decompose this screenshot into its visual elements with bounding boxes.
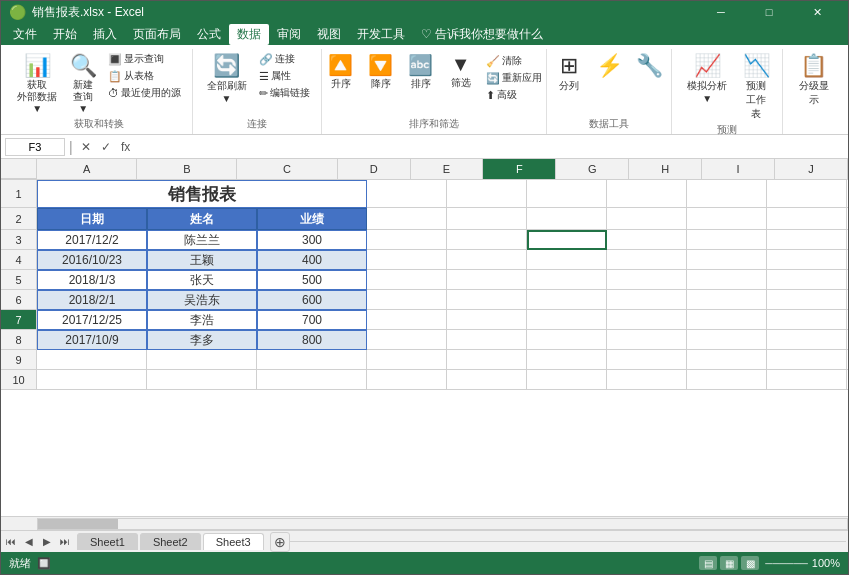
from-table-button[interactable]: 📋从表格 (105, 68, 184, 84)
cell-d2[interactable] (367, 208, 447, 230)
menu-insert[interactable]: 插入 (85, 24, 125, 45)
cell-e2[interactable] (447, 208, 527, 230)
normal-view-button[interactable]: ▤ (699, 556, 717, 570)
sheet-last-button[interactable]: ⏭ (57, 534, 73, 550)
menu-formula[interactable]: 公式 (189, 24, 229, 45)
page-break-view-button[interactable]: ▩ (741, 556, 759, 570)
menu-view[interactable]: 视图 (309, 24, 349, 45)
cell-b6[interactable]: 吴浩东 (147, 290, 257, 310)
filter-button[interactable]: ▼ 筛选 (443, 51, 479, 92)
cell-g8[interactable] (607, 330, 687, 350)
remove-dup-button[interactable]: 🔧 (631, 51, 667, 81)
cell-j3[interactable] (847, 230, 848, 250)
flash-fill-button[interactable]: ⚡ (591, 51, 627, 81)
cell-f6[interactable] (527, 290, 607, 310)
new-query-button[interactable]: 🔍 新建查询▼ (65, 51, 101, 117)
cell-j5[interactable] (847, 270, 848, 290)
cell-d6[interactable] (367, 290, 447, 310)
cell-g6[interactable] (607, 290, 687, 310)
cell-i10[interactable] (767, 370, 847, 390)
cell-c7[interactable]: 700 (257, 310, 367, 330)
cell-g4[interactable] (607, 250, 687, 270)
cell-f2[interactable] (527, 208, 607, 230)
cell-a7[interactable]: 2017/12/25 (37, 310, 147, 330)
cell-c5[interactable]: 500 (257, 270, 367, 290)
cell-a3[interactable]: 2017/12/2 (37, 230, 147, 250)
reapply-button[interactable]: 🔄重新应用 (483, 70, 545, 86)
row-header-5[interactable]: 5 (1, 270, 36, 290)
row-header-9[interactable]: 9 (1, 350, 36, 370)
cell-e4[interactable] (447, 250, 527, 270)
row-header-6[interactable]: 6 (1, 290, 36, 310)
cell-e8[interactable] (447, 330, 527, 350)
cell-b4[interactable]: 王颖 (147, 250, 257, 270)
cell-d4[interactable] (367, 250, 447, 270)
close-button[interactable]: ✕ (794, 1, 840, 23)
confirm-formula-icon[interactable]: ✓ (97, 138, 115, 156)
cell-i3[interactable] (767, 230, 847, 250)
col-header-b[interactable]: B (137, 159, 237, 179)
cell-f1[interactable] (527, 180, 607, 208)
cell-a5[interactable]: 2018/1/3 (37, 270, 147, 290)
cell-b3[interactable]: 陈兰兰 (147, 230, 257, 250)
cell-j6[interactable] (847, 290, 848, 310)
menu-file[interactable]: 文件 (5, 24, 45, 45)
col-header-a[interactable]: A (37, 159, 137, 179)
hscroll-thumb[interactable] (38, 519, 118, 529)
cell-i2[interactable] (767, 208, 847, 230)
sheet-tab-sheet3[interactable]: Sheet3 (203, 533, 264, 550)
row-header-3[interactable]: 3 (1, 230, 36, 250)
cell-g2[interactable] (607, 208, 687, 230)
page-layout-view-button[interactable]: ▦ (720, 556, 738, 570)
cell-a6[interactable]: 2018/2/1 (37, 290, 147, 310)
cell-d7[interactable] (367, 310, 447, 330)
cell-f5[interactable] (527, 270, 607, 290)
cell-e10[interactable] (447, 370, 527, 390)
formula-input[interactable] (139, 138, 844, 156)
cell-c2[interactable]: 业绩 (257, 208, 367, 230)
cancel-formula-icon[interactable]: ✕ (77, 138, 95, 156)
row-header-8[interactable]: 8 (1, 330, 36, 350)
cell-f10[interactable] (527, 370, 607, 390)
menu-developer[interactable]: 开发工具 (349, 24, 413, 45)
col-header-h[interactable]: H (629, 159, 702, 179)
cell-h4[interactable] (687, 250, 767, 270)
cell-h2[interactable] (687, 208, 767, 230)
cell-g9[interactable] (607, 350, 687, 370)
outline-button[interactable]: 📋 分级显示 (791, 51, 836, 109)
cell-c4[interactable]: 400 (257, 250, 367, 270)
menu-pagelayout[interactable]: 页面布局 (125, 24, 189, 45)
cell-c6[interactable]: 600 (257, 290, 367, 310)
cell-i6[interactable] (767, 290, 847, 310)
sort-button[interactable]: 🔤 排序 (403, 51, 439, 93)
cell-f4[interactable] (527, 250, 607, 270)
cell-g5[interactable] (607, 270, 687, 290)
sort-za-button[interactable]: 🔽 降序 (363, 51, 399, 93)
menu-home[interactable]: 开始 (45, 24, 85, 45)
row-header-2[interactable]: 2 (1, 208, 36, 230)
cell-j2[interactable] (847, 208, 848, 230)
cell-a9[interactable] (37, 350, 147, 370)
cell-g7[interactable] (607, 310, 687, 330)
cell-j9[interactable] (847, 350, 848, 370)
cell-h6[interactable] (687, 290, 767, 310)
cell-f3[interactable] (527, 230, 607, 250)
properties-button[interactable]: ☰属性 (256, 68, 313, 84)
col-header-i[interactable]: I (702, 159, 775, 179)
cell-e9[interactable] (447, 350, 527, 370)
cell-e3[interactable] (447, 230, 527, 250)
name-box[interactable]: F3 (5, 138, 65, 156)
col-header-g[interactable]: G (556, 159, 629, 179)
add-sheet-button[interactable]: ⊕ (270, 532, 290, 552)
cell-a1[interactable]: 销售报表 (37, 180, 367, 208)
zoom-slider[interactable]: ────── (765, 558, 808, 569)
menu-review[interactable]: 审阅 (269, 24, 309, 45)
cell-a10[interactable] (37, 370, 147, 390)
cell-a8[interactable]: 2017/10/9 (37, 330, 147, 350)
cell-g10[interactable] (607, 370, 687, 390)
cell-e5[interactable] (447, 270, 527, 290)
menu-help[interactable]: ♡ 告诉我你想要做什么 (413, 24, 551, 45)
cell-b7[interactable]: 李浩 (147, 310, 257, 330)
cell-e1[interactable] (447, 180, 527, 208)
cell-g1[interactable] (607, 180, 687, 208)
